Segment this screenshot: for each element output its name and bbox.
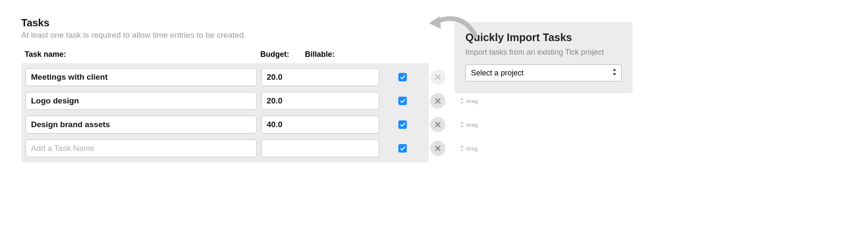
- check-icon: [400, 146, 406, 151]
- task-name-input[interactable]: [25, 116, 257, 134]
- col-header-name: Task name:: [25, 50, 260, 59]
- drag-handle[interactable]: drag: [460, 98, 478, 104]
- drag-icon: [460, 145, 464, 151]
- task-budget-input[interactable]: [261, 92, 379, 110]
- delete-task-button[interactable]: [430, 117, 445, 132]
- close-icon: [434, 121, 441, 128]
- drag-icon: [460, 98, 464, 104]
- drag-handle[interactable]: drag: [460, 145, 478, 152]
- check-icon: [400, 98, 406, 104]
- close-icon: [434, 97, 441, 104]
- import-panel-wrap: Quickly Import Tasks Import tasks from a…: [454, 17, 633, 93]
- task-name-input[interactable]: [25, 68, 257, 86]
- task-row: drag: [25, 68, 425, 86]
- import-panel-title: Quickly Import Tasks: [465, 31, 622, 44]
- billable-checkbox[interactable]: [398, 120, 407, 129]
- task-row: drag: [25, 92, 425, 110]
- check-icon: [400, 75, 406, 80]
- task-budget-input[interactable]: [261, 68, 379, 86]
- tasks-section: Tasks At least one task is required to a…: [21, 17, 429, 162]
- close-icon: [434, 74, 441, 81]
- drag-handle[interactable]: drag: [460, 122, 478, 128]
- task-budget-input[interactable]: [261, 139, 379, 157]
- drag-icon: [460, 122, 464, 128]
- billable-checkbox[interactable]: [398, 144, 407, 153]
- column-headers: Task name: Budget: Billable:: [21, 50, 429, 63]
- billable-checkbox[interactable]: [398, 97, 407, 105]
- delete-task-button[interactable]: [430, 93, 445, 109]
- task-name-input[interactable]: [25, 139, 257, 157]
- import-panel-subtitle: Import tasks from an existing Tick proje…: [465, 48, 622, 57]
- check-icon: [400, 122, 406, 128]
- task-row: drag: [25, 116, 425, 134]
- tasks-subtitle: At least one task is required to allow t…: [21, 31, 429, 40]
- task-budget-input[interactable]: [261, 116, 379, 134]
- billable-checkbox[interactable]: [398, 73, 407, 81]
- col-header-billable: Billable:: [305, 50, 347, 59]
- task-row: drag: [25, 139, 425, 157]
- delete-task-button[interactable]: [430, 70, 445, 85]
- tasks-table: drag drag: [21, 63, 429, 162]
- col-header-budget: Budget:: [260, 50, 305, 59]
- task-name-input[interactable]: [25, 92, 257, 110]
- import-panel: Quickly Import Tasks Import tasks from a…: [454, 22, 633, 93]
- curved-arrow-icon: [425, 8, 480, 40]
- tasks-title: Tasks: [21, 17, 429, 29]
- project-select[interactable]: Select a project: [465, 64, 622, 81]
- close-icon: [434, 145, 441, 152]
- delete-task-button[interactable]: [430, 141, 445, 156]
